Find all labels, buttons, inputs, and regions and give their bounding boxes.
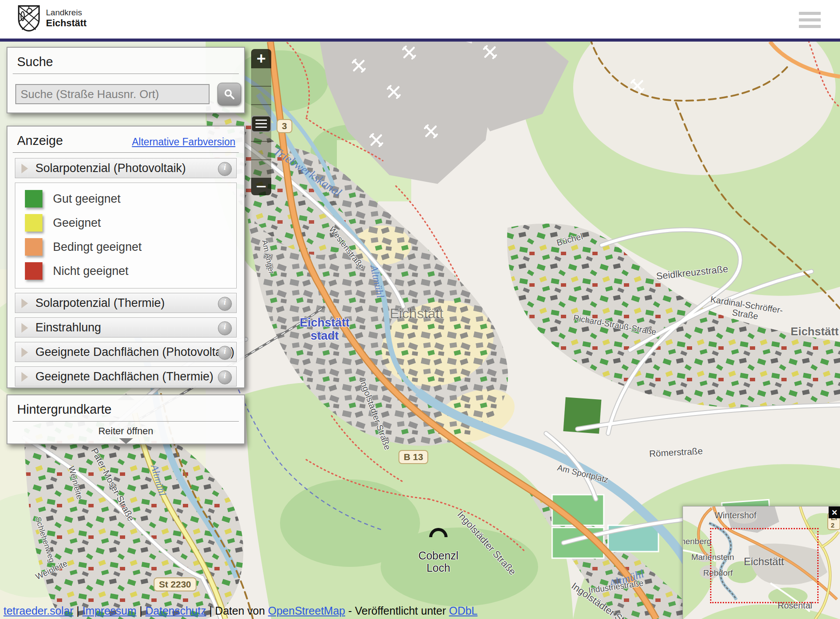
map-label: Kardinal-Schröffer-Straße (698, 292, 794, 326)
layer-label: Einstrahlung (35, 321, 101, 334)
map-label: Ingolstädter Straße (358, 378, 393, 451)
map-label: Am Anger (260, 239, 276, 274)
menu-bar-icon (799, 25, 821, 28)
legend-label: Geeignet (53, 216, 101, 230)
info-icon[interactable]: i (218, 297, 232, 311)
layer-row-solarpotenzial-photovoltaik[interactable]: Solarpotenzial (Photovoltaik) i (15, 158, 237, 178)
road-shield: B 13 (399, 450, 428, 464)
legend-swatch-yellow (25, 214, 42, 232)
layer-row-dachflaechen-thermie[interactable]: Geeignete Dachflächen (Thermie) i (15, 366, 237, 387)
expand-arrow-icon (21, 299, 28, 308)
search-panel-title: Suche (7, 48, 244, 74)
info-icon[interactable]: i (218, 321, 232, 335)
expand-arrow-icon (21, 164, 28, 173)
map-label: Industriestraße (588, 579, 644, 595)
map-label: Am Sportplatz (556, 463, 609, 485)
background-map-panel: Hintergrundkarte Reiter öffnen (7, 394, 245, 444)
zoom-control: + − (251, 49, 271, 195)
info-icon[interactable]: i (218, 346, 232, 360)
menu-bar-icon (799, 18, 821, 21)
map-label: Büchel (556, 231, 584, 247)
layer-label: Solarpotenzial (Photovoltaik) (35, 162, 186, 175)
footer-separator: | (136, 605, 145, 617)
map-label: Altmühl (368, 264, 386, 299)
map-label: Pater-Moser-Straße (89, 447, 136, 523)
zoom-slider-handle[interactable] (251, 116, 271, 132)
map-label: Seidlkreuzstraße (656, 264, 729, 281)
map-label: Altmühl (607, 568, 645, 591)
expand-arrow-icon (21, 348, 28, 357)
legend-swatch-red (25, 262, 42, 280)
background-map-title: Hintergrundkarte (7, 395, 244, 421)
expand-arrow-icon (21, 323, 28, 333)
search-icon (224, 88, 235, 100)
map-label: Weinleite (34, 559, 69, 582)
layer-label: Geeignete Dachflächen (Thermie) (35, 370, 214, 383)
map-label: Eichstätt stadt (300, 317, 350, 342)
open-tab-arrow[interactable] (119, 438, 133, 444)
overview-map[interactable]: WintershofhenbergMariensteinEichstättReb… (682, 506, 840, 619)
map-label: Westenstraße (327, 225, 366, 271)
logo-text-line1: Landkreis (46, 8, 87, 18)
layer-label: Geeignete Dachflächen (Photovoltaik) (35, 345, 234, 359)
map-label: Eichstätt (390, 306, 444, 321)
legend-label: Bedingt geeignet (53, 240, 142, 254)
legend-label: Nicht geeignet (53, 264, 129, 278)
map[interactable]: TriebwerkskanalAltmühlAltmühlAltmühlEich… (0, 42, 840, 619)
open-tab-button[interactable]: Reiter öffnen (7, 426, 244, 437)
map-label: Cobenzl Loch (418, 550, 458, 574)
legend-entry: Bedingt geeignet (25, 238, 236, 256)
map-label: Ingolstädter Straße (569, 580, 642, 619)
footer-link[interactable]: ODbL (449, 605, 477, 617)
map-label: Schlehenweg (33, 516, 56, 564)
layer-row-solarpotenzial-thermie[interactable]: Solarpotenzial (Thermie) i (15, 293, 237, 313)
search-input[interactable] (15, 84, 210, 104)
expand-arrow-icon (21, 372, 28, 382)
footer-separator: | Daten von (206, 605, 268, 617)
landkreis-logo: Landkreis Eichstätt (18, 5, 87, 32)
app-header: Landkreis Eichstätt (0, 0, 840, 42)
info-icon[interactable]: i (218, 162, 232, 176)
solar-legend: Gut geeignet Geeignet Bedingt geeignet N… (15, 183, 237, 288)
map-label: Triebwerkskanal (271, 144, 344, 199)
road-shield: 3 (276, 119, 292, 133)
zoom-in-button[interactable]: + (251, 49, 271, 68)
zoom-slider-track[interactable] (251, 68, 271, 178)
zoom-out-button[interactable]: − (251, 178, 271, 195)
legend-entry: Gut geeignet (25, 190, 236, 208)
map-label: Ingolstädter Straße (455, 509, 518, 577)
layer-row-einstrahlung[interactable]: Einstrahlung i (15, 317, 237, 338)
legend-entry: Geeignet (25, 214, 236, 232)
layer-label: Solarpotenzial (Thermie) (35, 296, 165, 310)
display-panel: Anzeige Alternative Farbversion Solarpot… (7, 126, 245, 388)
road-shield: St 2230 (154, 577, 196, 591)
map-label: Römerstraße (649, 446, 703, 458)
footer-separator: - Veröffentlicht unter (345, 605, 449, 617)
map-label: Eichstätt (791, 325, 839, 338)
footer-link[interactable]: OpenStreetMap (268, 605, 346, 617)
footer-link[interactable]: tetraeder.solar (4, 605, 74, 617)
legend-label: Gut geeignet (53, 192, 121, 206)
logo-text-line2: Eichstätt (46, 18, 87, 28)
menu-bar-icon (799, 12, 821, 15)
footer-link[interactable]: Impressum (82, 605, 136, 617)
search-panel: Suche (7, 47, 245, 113)
map-label: Altmühl (149, 464, 168, 497)
info-icon[interactable]: i (218, 370, 232, 384)
minimap-viewport-rect[interactable] (710, 528, 819, 603)
logo-shield-icon (18, 5, 40, 32)
divider (13, 74, 239, 74)
legend-entry: Nicht geeignet (25, 262, 236, 280)
divider (13, 421, 239, 422)
footer-link[interactable]: Datenschutz (145, 605, 206, 617)
map-label: Richard-Strauß-Straße (573, 313, 657, 337)
search-button[interactable] (217, 83, 241, 106)
alternative-color-link[interactable]: Alternative Farbversion (132, 136, 236, 148)
layer-row-dachflaechen-photovoltaik[interactable]: Geeignete Dachflächen (Photovoltaik) i (15, 342, 237, 362)
map-label: Weinleite (66, 465, 84, 501)
footer-separator: | (74, 605, 82, 617)
map-attribution: tetraeder.solar | Impressum | Datenschut… (4, 605, 478, 617)
legend-swatch-green (25, 190, 42, 208)
menu-button[interactable] (799, 12, 821, 28)
minimap-close-button[interactable]: × (829, 506, 840, 518)
